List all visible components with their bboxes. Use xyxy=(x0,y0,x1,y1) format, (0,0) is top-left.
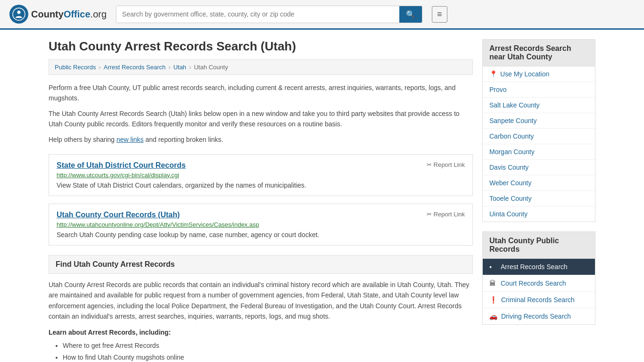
nearby-link-1[interactable]: Salt Lake County xyxy=(483,98,595,113)
learn-item-1: How to find Utah County mugshots online xyxy=(63,352,473,362)
nearby-link-8[interactable]: Uinta County xyxy=(483,206,595,222)
nearby-link-anchor-1[interactable]: Salt Lake County xyxy=(489,101,540,109)
pin-icon: 📍 xyxy=(489,70,497,78)
sidebar-record-item-1[interactable]: 🏛 Court Records Search xyxy=(483,275,595,292)
svg-point-0 xyxy=(13,8,25,20)
breadcrumb: Public Records › Arrest Records Search ›… xyxy=(49,59,473,75)
help-text: Help others by sharing new links and rep… xyxy=(49,134,473,145)
nearby-link-anchor-0[interactable]: Provo xyxy=(489,86,507,93)
sidebar: Arrest Records Search near Utah County 📍… xyxy=(482,39,595,362)
nearby-link-anchor-8[interactable]: Uinta County xyxy=(489,210,528,218)
nearby-box: Arrest Records Search near Utah County 📍… xyxy=(482,39,595,222)
sidebar-record-item-2[interactable]: ❗ Criminal Records Search xyxy=(483,292,595,308)
page-title: Utah County Arrest Records Search (Utah) xyxy=(49,39,473,54)
nearby-link-5[interactable]: Davis County xyxy=(483,160,595,175)
sidebar-record-icon-2: ❗ xyxy=(489,296,497,304)
nearby-link-7[interactable]: Tooele County xyxy=(483,191,595,206)
find-section-title: Find Utah County Arrest Records xyxy=(56,260,466,269)
learn-list: Where to get free Arrest Records How to … xyxy=(49,340,473,362)
sidebar-record-item-0[interactable]: ▪ Arrest Records Search xyxy=(483,259,595,275)
sidebar-record-icon-0: ▪ xyxy=(489,263,497,271)
help-text-suffix: and reporting broken links. xyxy=(144,136,223,143)
record-url-1[interactable]: http://www.utahcountyonline.org/Dept/Att… xyxy=(57,221,465,228)
breadcrumb-utah-county: Utah County xyxy=(194,64,228,71)
record-link-1[interactable]: Utah County Court Records (Utah) xyxy=(57,211,180,219)
intro-text-2: The Utah County Arrest Records Search (U… xyxy=(49,108,473,130)
info-paragraph: Utah County Arrest Records are public re… xyxy=(49,280,473,322)
nearby-link-3[interactable]: Carbon County xyxy=(483,129,595,144)
record-url-0[interactable]: http://www.utcourts.gov/cgi-bin/cal/disp… xyxy=(57,172,465,179)
new-links-link[interactable]: new links xyxy=(116,136,144,143)
sidebar-record-icon-3: 🚗 xyxy=(489,313,497,320)
logo-text: CountyOffice.org xyxy=(31,9,107,20)
breadcrumb-sep1: › xyxy=(99,64,100,71)
breadcrumb-utah[interactable]: Utah xyxy=(173,64,186,71)
breadcrumb-sep3: › xyxy=(189,64,191,71)
nearby-link-anchor-6[interactable]: Weber County xyxy=(489,179,531,187)
search-bar: 🔍 xyxy=(116,6,422,23)
record-title-1: Utah County Court Records (Utah) xyxy=(57,211,180,219)
record-title-0: State of Utah District Court Records xyxy=(57,161,186,170)
svg-point-1 xyxy=(17,11,21,14)
learn-item-0: Where to get free Arrest Records xyxy=(63,340,473,352)
search-input[interactable] xyxy=(116,7,399,22)
logo-text-office: Office xyxy=(64,9,91,19)
use-location-label: Use My Location xyxy=(500,70,549,78)
record-card-0: State of Utah District Court Records ✂ R… xyxy=(49,154,473,196)
site-header: CountyOffice.org 🔍 ≡ xyxy=(0,0,644,30)
record-card-1: Utah County Court Records (Utah) ✂ Repor… xyxy=(49,204,473,246)
use-location-item[interactable]: 📍 Use My Location xyxy=(483,66,595,82)
report-link-label-1: Report Link xyxy=(434,211,465,218)
nearby-link-4[interactable]: Morgan County xyxy=(483,144,595,160)
public-records-title: Utah County Public Records xyxy=(483,232,595,259)
help-text-prefix: Help others by sharing xyxy=(49,136,116,143)
logo-suffix: .org xyxy=(91,9,107,19)
sidebar-record-item-3[interactable]: 🚗 Driving Records Search xyxy=(483,308,595,324)
public-records-box: Utah County Public Records ▪ Arrest Reco… xyxy=(482,231,595,325)
sidebar-record-icon-1: 🏛 xyxy=(489,280,497,287)
nearby-link-anchor-5[interactable]: Davis County xyxy=(489,164,528,171)
nearby-link-anchor-7[interactable]: Tooele County xyxy=(489,195,532,202)
report-link-button-1[interactable]: ✂ Report Link xyxy=(427,211,465,218)
nearby-link-6[interactable]: Weber County xyxy=(483,175,595,191)
nearby-link-anchor-3[interactable]: Carbon County xyxy=(489,132,534,140)
breadcrumb-arrest-records[interactable]: Arrest Records Search xyxy=(104,64,166,71)
main-container: Utah County Arrest Records Search (Utah)… xyxy=(39,30,605,362)
search-button[interactable]: 🔍 xyxy=(399,6,422,23)
scissors-icon-1: ✂ xyxy=(427,211,432,218)
scissors-icon-0: ✂ xyxy=(427,161,432,168)
sidebar-record-link-3[interactable]: Driving Records Search xyxy=(501,313,571,320)
report-link-button-0[interactable]: ✂ Report Link xyxy=(427,161,465,168)
nearby-link-0[interactable]: Provo xyxy=(483,82,595,98)
record-link-0[interactable]: State of Utah District Court Records xyxy=(57,161,186,169)
report-link-label-0: Report Link xyxy=(434,161,465,168)
breadcrumb-sep2: › xyxy=(168,64,170,71)
record-card-header-0: State of Utah District Court Records ✂ R… xyxy=(57,161,465,170)
nearby-title: Arrest Records Search near Utah County xyxy=(483,40,595,66)
record-description-0: View State of Utah District Court calend… xyxy=(57,181,465,189)
hamburger-menu-button[interactable]: ≡ xyxy=(432,6,447,23)
sidebar-record-link-2[interactable]: Criminal Records Search xyxy=(501,296,575,304)
learn-title: Learn about Arrest Records, including: xyxy=(49,329,473,336)
sidebar-record-link-1[interactable]: Court Records Search xyxy=(501,280,566,287)
logo-icon xyxy=(9,5,28,24)
find-section: Find Utah County Arrest Records xyxy=(49,255,473,274)
nearby-link-anchor-4[interactable]: Morgan County xyxy=(489,148,535,156)
logo-area: CountyOffice.org xyxy=(9,5,107,24)
intro-text-1: Perform a free Utah County, UT public ar… xyxy=(49,82,473,104)
sidebar-record-label-0: Arrest Records Search xyxy=(501,263,568,271)
nearby-link-2[interactable]: Sanpete County xyxy=(483,113,595,129)
main-content: Utah County Arrest Records Search (Utah)… xyxy=(49,39,473,362)
breadcrumb-public-records[interactable]: Public Records xyxy=(55,64,96,71)
record-card-header-1: Utah County Court Records (Utah) ✂ Repor… xyxy=(57,211,465,219)
nearby-link-anchor-2[interactable]: Sanpete County xyxy=(489,117,537,124)
record-description-1: Search Utah County pending case lookup b… xyxy=(57,231,465,239)
